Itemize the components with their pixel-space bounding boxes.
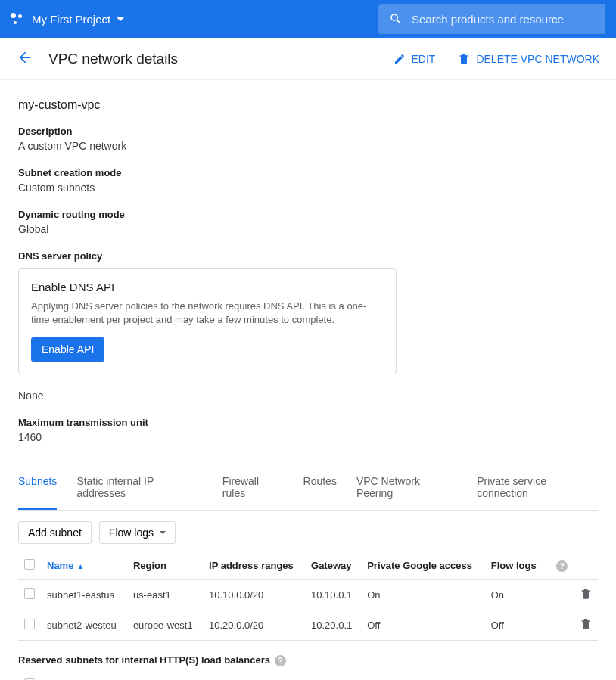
chevron-down-icon[interactable] — [117, 17, 124, 21]
subnet-mode-label: Subnet creation mode — [18, 167, 598, 179]
tab-peering[interactable]: VPC Network Peering — [356, 466, 457, 510]
trash-icon — [580, 588, 592, 600]
dns-policy-value: None — [18, 390, 598, 402]
content-area: my-custom-vpc DescriptionA custom VPC ne… — [0, 80, 616, 466]
checkbox-all[interactable] — [24, 559, 35, 570]
table-row: subnet2-westeu europe-west1 10.20.0.0/20… — [18, 610, 598, 641]
reserved-table: Name Region▲ IP address ranges Gateway R… — [18, 672, 402, 680]
pencil-icon — [394, 53, 406, 65]
col-gateway[interactable]: Gateway — [290, 672, 358, 680]
checkbox[interactable] — [24, 619, 35, 629]
description-value: A custom VPC network — [18, 140, 598, 152]
subnet-mode-value: Custom subnets — [18, 182, 598, 194]
enable-api-button[interactable]: Enable API — [31, 337, 104, 362]
search-bar[interactable]: Search products and resource — [378, 4, 605, 34]
page-title: VPC network details — [48, 51, 178, 67]
subnets-table: Name▲ Region IP address ranges Gateway P… — [18, 551, 598, 641]
col-name[interactable]: Name▲ — [41, 551, 127, 580]
col-role[interactable]: Role — [359, 672, 402, 680]
checkbox[interactable] — [24, 588, 35, 599]
dns-api-card: Enable DNS API Applying DNS server polic… — [18, 268, 397, 374]
description-label: Description — [18, 126, 598, 137]
col-range[interactable]: IP address ranges — [164, 672, 290, 680]
help-icon[interactable]: ? — [556, 560, 568, 572]
tab-routes[interactable]: Routes — [303, 466, 337, 510]
trash-icon — [458, 53, 470, 65]
dns-policy-label: DNS server policy — [18, 250, 598, 262]
dns-card-title: Enable DNS API — [31, 281, 384, 293]
tabs: Subnets Static internal IP addresses Fir… — [18, 466, 598, 511]
mtu-label: Maximum transmission unit — [18, 417, 598, 428]
chevron-down-icon — [160, 531, 166, 534]
search-placeholder: Search products and resource — [412, 13, 564, 26]
search-icon — [389, 12, 403, 26]
top-app-bar: My First Project Search products and res… — [0, 0, 616, 38]
flow-logs-dropdown[interactable]: Flow logs — [99, 521, 176, 544]
col-region[interactable]: Region▲ — [92, 672, 164, 680]
routing-label: Dynamic routing mode — [18, 209, 598, 220]
col-region[interactable]: Region — [127, 551, 203, 580]
back-button[interactable] — [17, 49, 33, 68]
sort-asc-icon: ▲ — [76, 562, 84, 570]
col-pga[interactable]: Private Google access — [361, 551, 485, 580]
table-row: subnet1-eastus us-east1 10.10.0.0/20 10.… — [18, 580, 598, 610]
reserved-section-title: Reserved subnets for internal HTTP(S) lo… — [0, 641, 616, 672]
mtu-value: 1460 — [18, 431, 598, 443]
delete-row-button[interactable] — [574, 610, 598, 641]
dns-card-body: Applying DNS server policies to the netw… — [31, 300, 384, 327]
page-header: VPC network details EDIT DELETE VPC NETW… — [0, 38, 616, 80]
col-name[interactable]: Name — [41, 672, 92, 680]
subnets-toolbar: Add subnet Flow logs — [0, 511, 616, 551]
trash-icon — [580, 618, 592, 630]
edit-button[interactable]: EDIT — [394, 53, 436, 65]
delete-network-button[interactable]: DELETE VPC NETWORK — [458, 53, 599, 65]
resource-name: my-custom-vpc — [18, 98, 598, 112]
tab-subnets[interactable]: Subnets — [18, 466, 57, 510]
delete-row-button[interactable] — [574, 580, 598, 610]
col-flow[interactable]: Flow logs — [485, 551, 546, 580]
col-range[interactable]: IP address ranges — [203, 551, 305, 580]
col-gateway[interactable]: Gateway — [305, 551, 361, 580]
tab-static-ips[interactable]: Static internal IP addresses — [76, 466, 202, 510]
project-picker[interactable]: My First Project — [32, 13, 110, 26]
tab-private-service[interactable]: Private service connection — [477, 466, 598, 510]
help-icon[interactable]: ? — [275, 655, 286, 666]
add-subnet-button[interactable]: Add subnet — [18, 521, 92, 544]
routing-value: Global — [18, 223, 598, 235]
tab-firewall[interactable]: Firewall rules — [222, 466, 284, 510]
gcp-logo-icon — [11, 12, 24, 26]
